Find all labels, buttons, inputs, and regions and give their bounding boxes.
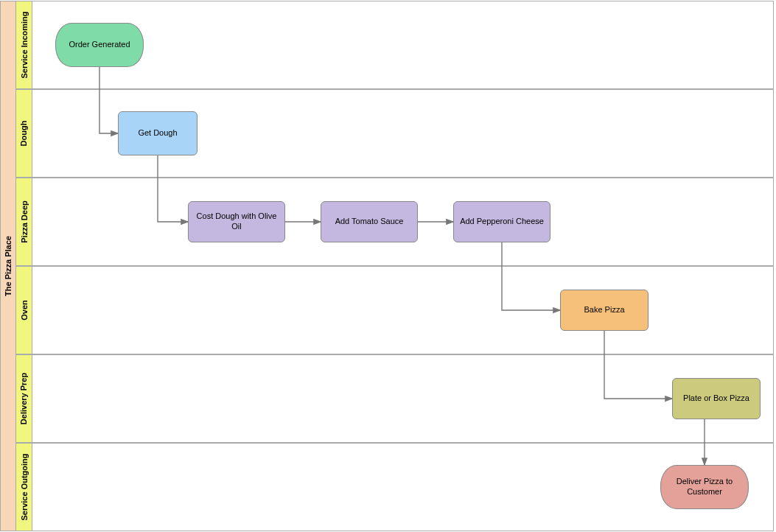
lane-label-text: Delivery Prep (20, 373, 29, 424)
lane-body-oven (32, 266, 774, 354)
node-label: Plate or Box Pizza (683, 393, 749, 404)
lane-label-pizza-deep: Pizza Deep (16, 178, 32, 266)
pool-title-bar: The Pizza Place (0, 1, 16, 531)
node-label: Deliver Pizza to Customer (664, 477, 745, 497)
pool-title-text: The Pizza Place (4, 236, 13, 296)
node-label: Order Generated (69, 40, 130, 50)
lane-label-text: Pizza Deep (20, 200, 29, 242)
lane-label-service-incoming: Service Incoming (16, 1, 32, 89)
lane-body-delivery-prep (32, 354, 774, 443)
node-add-tomato-sauce[interactable]: Add Tomato Sauce (321, 201, 418, 242)
node-label: Get Dough (138, 128, 177, 139)
node-deliver-pizza[interactable]: Deliver Pizza to Customer (660, 465, 749, 509)
lane-label-dough: Dough (16, 89, 32, 178)
lane-label-text: Oven (20, 300, 29, 321)
node-label: Add Tomato Sauce (335, 217, 404, 227)
lane-label-text: Service Outgoing (20, 453, 29, 520)
node-label: Cost Dough with Olive Oil (192, 211, 282, 232)
lane-label-service-outgoing: Service Outgoing (16, 443, 32, 531)
node-order-generated[interactable]: Order Generated (55, 23, 144, 67)
node-label: Add Pepperoni Cheese (460, 217, 544, 227)
node-plate-box-pizza[interactable]: Plate or Box Pizza (672, 378, 761, 419)
lane-label-text: Dough (20, 121, 29, 147)
lane-label-oven: Oven (16, 266, 32, 354)
node-get-dough[interactable]: Get Dough (118, 111, 198, 155)
node-cost-dough-olive-oil[interactable]: Cost Dough with Olive Oil (188, 201, 285, 242)
node-label: Bake Pizza (584, 305, 624, 315)
node-bake-pizza[interactable]: Bake Pizza (560, 290, 649, 331)
node-add-pepperoni-cheese[interactable]: Add Pepperoni Cheese (453, 201, 550, 242)
lane-label-text: Service Incoming (20, 11, 29, 78)
lane-label-delivery-prep: Delivery Prep (16, 354, 32, 443)
